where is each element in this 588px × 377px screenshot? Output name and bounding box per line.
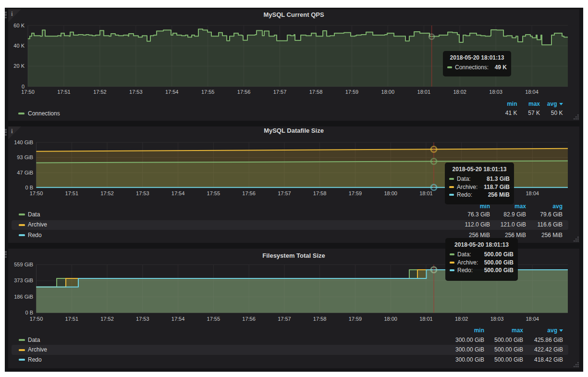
svg-text:i: i — [11, 127, 13, 135]
svg-text:i: i — [11, 10, 13, 17]
